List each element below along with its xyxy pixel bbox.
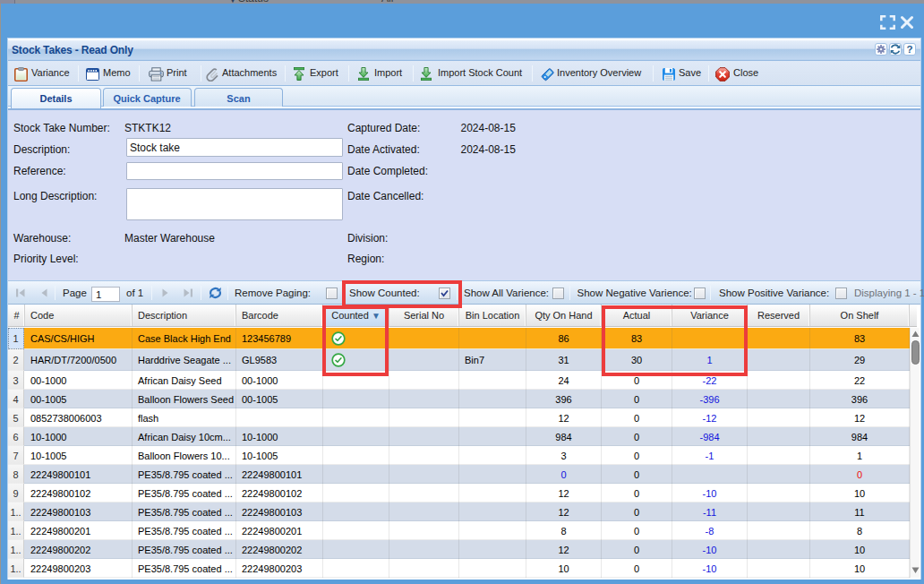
svg-text:?: ? [906, 44, 912, 55]
